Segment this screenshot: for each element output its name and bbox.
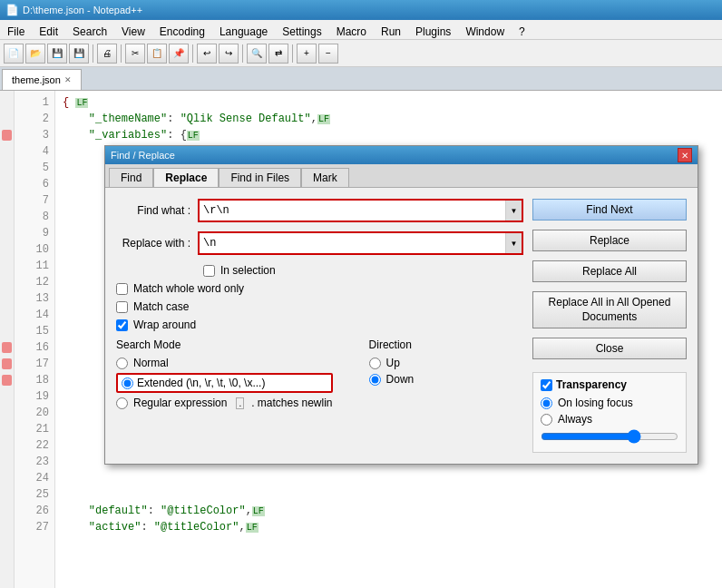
toolbar-sep-1 [93,44,93,63]
close-button[interactable]: Close [532,338,687,359]
search-mode-extended-radio[interactable] [122,377,133,389]
toolbar-new[interactable]: 📄 [4,44,24,64]
toolbar-sep-4 [242,44,243,63]
toolbar-undo[interactable]: ↩ [197,44,217,64]
find-what-row: Find what : ▼ [116,199,523,222]
toolbar-sep-2 [121,44,122,63]
toolbar-copy[interactable]: 📋 [147,44,167,64]
direction-group: Direction Up Down [369,338,415,413]
dialog-tab-find-in-files[interactable]: Find in Files [219,168,301,187]
match-whole-word-checkbox[interactable] [116,283,128,295]
search-mode-group: Search Mode Normal Extended (\n, \r, \t,… [116,338,333,413]
tab-theme-json[interactable]: theme.json ✕ [2,69,82,90]
transparency-on-losing-focus-radio[interactable] [541,397,552,409]
menu-macro[interactable]: Macro [329,22,374,37]
direction-down-row: Down [369,373,415,386]
in-selection-checkbox[interactable] [203,265,215,277]
dialog-right-section: Find Next Replace Replace All Replace Al… [532,199,687,453]
menu-file[interactable]: File [0,22,32,37]
transparency-always-row: Always [541,413,678,426]
tab-label: theme.json [12,74,61,85]
dialog-title: Find / Replace [111,150,175,161]
editor-area: 1 2 3 4 5 6 7 8 9 10 11 12 13 14 15 16 1… [0,91,722,588]
menu-language[interactable]: Language [212,22,275,37]
matches-newlin-badge: . [236,397,244,409]
toolbar-open[interactable]: 📂 [25,44,45,64]
wrap-around-row: Wrap around [116,318,523,331]
find-what-input[interactable] [200,202,505,219]
toolbar-print[interactable]: 🖨 [97,44,117,64]
tab-bar: theme.json ✕ [0,67,722,91]
transparency-always-radio[interactable] [541,414,552,426]
menu-view[interactable]: View [114,22,152,37]
toolbar-paste[interactable]: 📌 [169,44,189,64]
menu-settings[interactable]: Settings [275,22,328,37]
transparency-slider[interactable] [541,429,678,444]
replace-with-label: Replace with : [116,237,198,250]
toolbar-sep-5 [292,44,293,63]
search-mode-extended-row: Extended (\n, \r, \t, \0, \x...) [116,373,333,393]
replace-with-dropdown[interactable]: ▼ [505,233,522,253]
transparency-on-losing-focus-row: On losing focus [541,397,678,409]
find-next-button[interactable]: Find Next [532,199,687,220]
in-selection-label: In selection [220,264,276,277]
match-case-label: Match case [133,300,189,313]
dialog-titlebar: Find / Replace ✕ [105,146,698,164]
wrap-around-checkbox[interactable] [116,319,128,331]
replace-all-button[interactable]: Replace All [532,260,687,282]
search-mode-regex-label: Regular expression [133,397,227,409]
search-mode-normal-label: Normal [133,357,169,369]
replace-with-input[interactable] [200,235,505,251]
menu-window[interactable]: Window [458,22,512,37]
transparency-checkbox[interactable] [541,379,552,391]
dialog-left-section: Find what : ▼ Replace with : ▼ [116,199,523,453]
find-what-input-wrap: ▼ [198,199,523,222]
menu-help[interactable]: ? [512,22,532,37]
direction-down-radio[interactable] [369,374,381,386]
toolbar-redo[interactable]: ↪ [219,44,239,64]
window-title: D:\theme.json - Notepad++ [23,5,717,15]
matches-newlin-label: . matches newlin [251,397,332,409]
search-mode-extended-label: Extended (\n, \r, \t, \0, \x...) [137,377,265,389]
menu-encoding[interactable]: Encoding [152,22,212,37]
toolbar-zoomout[interactable]: − [318,44,338,64]
toolbar-save[interactable]: 💾 [47,44,67,64]
match-case-row: Match case [116,300,523,313]
in-selection-row: In selection [116,264,523,277]
find-what-dropdown[interactable]: ▼ [505,201,522,220]
replace-dialog: Find / Replace ✕ Find Replace Find in Fi… [104,145,698,465]
dialog-tab-find[interactable]: Find [109,168,153,187]
replace-button[interactable]: Replace [532,230,687,251]
toolbar-zoomin[interactable]: + [297,44,317,64]
toolbar-find[interactable]: 🔍 [247,44,267,64]
app-icon: 📄 [5,4,19,16]
dialog-body: Find what : ▼ Replace with : ▼ [105,188,698,464]
dialog-tab-mark[interactable]: Mark [301,168,349,187]
toolbar: 📄 📂 💾 💾 🖨 ✂ 📋 📌 ↩ ↪ 🔍 ⇄ + − [0,40,722,67]
search-mode-regex-radio[interactable] [116,397,128,409]
transparency-title-row: Transparency [541,378,678,391]
menu-edit[interactable]: Edit [32,22,65,37]
toolbar-saveall[interactable]: 💾 [69,44,89,64]
match-case-checkbox[interactable] [116,301,128,313]
toolbar-cut[interactable]: ✂ [125,44,145,64]
dialog-close-button[interactable]: ✕ [678,148,692,162]
menu-search[interactable]: Search [65,22,114,37]
dialog-tab-replace[interactable]: Replace [153,168,219,187]
dialog-tab-bar: Find Replace Find in Files Mark [105,164,698,188]
match-whole-word-label: Match whole word only [133,282,244,295]
search-mode-normal-radio[interactable] [116,358,128,369]
menu-plugins[interactable]: Plugins [408,22,458,37]
direction-down-label: Down [386,373,415,386]
transparency-title-label: Transparency [556,378,627,391]
replace-with-row: Replace with : ▼ [116,231,523,255]
menu-run[interactable]: Run [374,22,408,37]
tab-close-icon[interactable]: ✕ [64,75,72,84]
replace-all-docs-button[interactable]: Replace All in All Opened Documents [532,291,687,328]
direction-up-row: Up [369,357,415,369]
transparency-slider-wrap [541,429,678,446]
dialog-overlay: Find / Replace ✕ Find Replace Find in Fi… [0,91,722,588]
direction-up-label: Up [386,357,400,369]
direction-up-radio[interactable] [369,358,381,369]
toolbar-replace[interactable]: ⇄ [268,44,288,64]
